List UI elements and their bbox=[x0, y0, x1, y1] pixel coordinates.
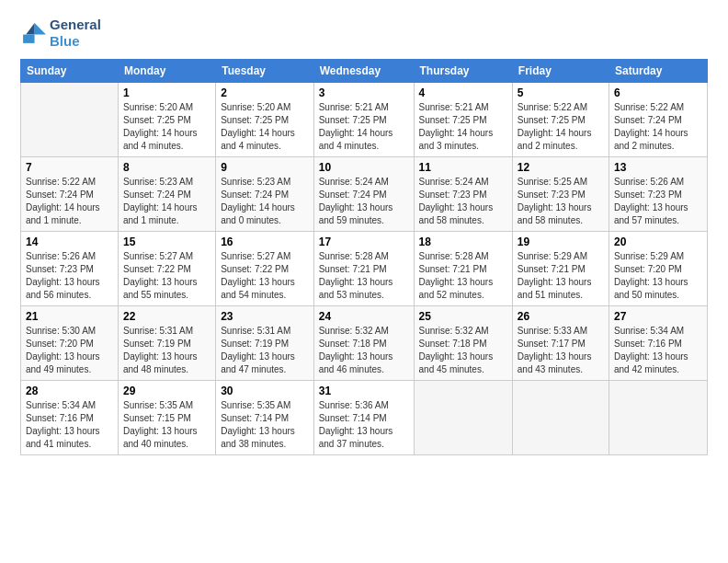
day-cell: 23Sunrise: 5:31 AM Sunset: 7:19 PM Dayli… bbox=[216, 306, 314, 381]
day-cell: 3Sunrise: 5:21 AM Sunset: 7:25 PM Daylig… bbox=[313, 83, 414, 157]
col-header-saturday: Saturday bbox=[609, 60, 707, 83]
day-info: Sunrise: 5:25 AM Sunset: 7:23 PM Dayligh… bbox=[518, 176, 604, 227]
day-cell: 28Sunrise: 5:34 AM Sunset: 7:16 PM Dayli… bbox=[21, 381, 119, 455]
day-cell: 1Sunrise: 5:20 AM Sunset: 7:25 PM Daylig… bbox=[118, 83, 215, 157]
day-info: Sunrise: 5:20 AM Sunset: 7:25 PM Dayligh… bbox=[221, 101, 309, 153]
day-cell: 9Sunrise: 5:23 AM Sunset: 7:24 PM Daylig… bbox=[216, 157, 314, 232]
logo-name: General Blue bbox=[50, 17, 101, 50]
day-info: Sunrise: 5:26 AM Sunset: 7:23 PM Dayligh… bbox=[614, 176, 702, 227]
calendar-table: SundayMondayTuesdayWednesdayThursdayFrid… bbox=[20, 59, 708, 455]
day-info: Sunrise: 5:22 AM Sunset: 7:24 PM Dayligh… bbox=[614, 101, 702, 153]
day-info: Sunrise: 5:23 AM Sunset: 7:24 PM Dayligh… bbox=[123, 176, 210, 227]
day-number: 28 bbox=[26, 385, 113, 397]
day-cell: 20Sunrise: 5:29 AM Sunset: 7:20 PM Dayli… bbox=[609, 232, 707, 306]
day-info: Sunrise: 5:27 AM Sunset: 7:22 PM Dayligh… bbox=[221, 250, 309, 302]
week-row-5: 28Sunrise: 5:34 AM Sunset: 7:16 PM Dayli… bbox=[21, 381, 708, 455]
day-number: 8 bbox=[123, 161, 210, 174]
day-cell: 2Sunrise: 5:20 AM Sunset: 7:25 PM Daylig… bbox=[216, 83, 314, 157]
day-cell: 18Sunrise: 5:28 AM Sunset: 7:21 PM Dayli… bbox=[414, 232, 512, 306]
day-info: Sunrise: 5:32 AM Sunset: 7:18 PM Dayligh… bbox=[319, 325, 409, 376]
day-number: 19 bbox=[518, 236, 604, 248]
day-cell: 16Sunrise: 5:27 AM Sunset: 7:22 PM Dayli… bbox=[216, 232, 314, 306]
day-info: Sunrise: 5:28 AM Sunset: 7:21 PM Dayligh… bbox=[319, 250, 409, 302]
col-header-thursday: Thursday bbox=[414, 60, 512, 83]
day-info: Sunrise: 5:28 AM Sunset: 7:21 PM Dayligh… bbox=[419, 250, 507, 302]
svg-marker-1 bbox=[26, 23, 34, 34]
day-cell: 30Sunrise: 5:35 AM Sunset: 7:14 PM Dayli… bbox=[216, 381, 314, 455]
day-number: 23 bbox=[221, 310, 309, 323]
day-info: Sunrise: 5:32 AM Sunset: 7:18 PM Dayligh… bbox=[419, 325, 507, 376]
day-number: 27 bbox=[614, 310, 702, 323]
col-header-monday: Monday bbox=[118, 60, 215, 83]
day-cell: 26Sunrise: 5:33 AM Sunset: 7:17 PM Dayli… bbox=[512, 306, 609, 381]
day-info: Sunrise: 5:33 AM Sunset: 7:17 PM Dayligh… bbox=[518, 325, 604, 376]
day-number: 13 bbox=[614, 161, 702, 174]
day-cell: 10Sunrise: 5:24 AM Sunset: 7:24 PM Dayli… bbox=[313, 157, 414, 232]
day-number: 26 bbox=[518, 310, 604, 323]
week-row-2: 7Sunrise: 5:22 AM Sunset: 7:24 PM Daylig… bbox=[21, 157, 708, 232]
day-info: Sunrise: 5:20 AM Sunset: 7:25 PM Dayligh… bbox=[123, 101, 210, 153]
header: General Blue bbox=[20, 17, 708, 50]
day-number: 22 bbox=[123, 310, 210, 323]
day-info: Sunrise: 5:23 AM Sunset: 7:24 PM Dayligh… bbox=[221, 176, 309, 227]
day-info: Sunrise: 5:24 AM Sunset: 7:23 PM Dayligh… bbox=[419, 176, 507, 227]
day-info: Sunrise: 5:31 AM Sunset: 7:19 PM Dayligh… bbox=[123, 325, 210, 376]
col-header-friday: Friday bbox=[512, 60, 609, 83]
day-cell: 24Sunrise: 5:32 AM Sunset: 7:18 PM Dayli… bbox=[313, 306, 414, 381]
day-number: 24 bbox=[319, 310, 409, 323]
day-cell: 6Sunrise: 5:22 AM Sunset: 7:24 PM Daylig… bbox=[609, 83, 707, 157]
day-info: Sunrise: 5:34 AM Sunset: 7:16 PM Dayligh… bbox=[614, 325, 702, 376]
col-header-sunday: Sunday bbox=[21, 60, 119, 83]
week-row-4: 21Sunrise: 5:30 AM Sunset: 7:20 PM Dayli… bbox=[21, 306, 708, 381]
day-number: 10 bbox=[319, 161, 409, 174]
day-number: 16 bbox=[221, 236, 309, 248]
day-cell: 17Sunrise: 5:28 AM Sunset: 7:21 PM Dayli… bbox=[313, 232, 414, 306]
week-row-3: 14Sunrise: 5:26 AM Sunset: 7:23 PM Dayli… bbox=[21, 232, 708, 306]
day-info: Sunrise: 5:35 AM Sunset: 7:14 PM Dayligh… bbox=[221, 399, 309, 451]
day-number: 21 bbox=[26, 310, 113, 323]
day-number: 30 bbox=[221, 385, 309, 397]
day-info: Sunrise: 5:22 AM Sunset: 7:24 PM Dayligh… bbox=[26, 176, 113, 227]
day-number: 25 bbox=[419, 310, 507, 323]
day-cell: 14Sunrise: 5:26 AM Sunset: 7:23 PM Dayli… bbox=[21, 232, 119, 306]
week-row-1: 1Sunrise: 5:20 AM Sunset: 7:25 PM Daylig… bbox=[21, 83, 708, 157]
day-info: Sunrise: 5:30 AM Sunset: 7:20 PM Dayligh… bbox=[26, 325, 113, 376]
day-number: 2 bbox=[221, 86, 309, 99]
day-number: 14 bbox=[26, 236, 113, 248]
day-number: 18 bbox=[419, 236, 507, 248]
day-number: 20 bbox=[614, 236, 702, 248]
day-number: 9 bbox=[221, 161, 309, 174]
day-number: 6 bbox=[614, 86, 702, 99]
day-cell: 12Sunrise: 5:25 AM Sunset: 7:23 PM Dayli… bbox=[512, 157, 609, 232]
col-header-wednesday: Wednesday bbox=[313, 60, 414, 83]
day-cell: 5Sunrise: 5:22 AM Sunset: 7:25 PM Daylig… bbox=[512, 83, 609, 157]
day-cell bbox=[414, 381, 512, 455]
day-cell bbox=[512, 381, 609, 455]
day-number: 5 bbox=[518, 86, 604, 99]
day-cell bbox=[609, 381, 707, 455]
logo-area: General Blue bbox=[20, 17, 101, 50]
day-cell: 22Sunrise: 5:31 AM Sunset: 7:19 PM Dayli… bbox=[118, 306, 215, 381]
day-cell: 29Sunrise: 5:35 AM Sunset: 7:15 PM Dayli… bbox=[118, 381, 215, 455]
day-info: Sunrise: 5:29 AM Sunset: 7:20 PM Dayligh… bbox=[614, 250, 702, 302]
day-cell: 11Sunrise: 5:24 AM Sunset: 7:23 PM Dayli… bbox=[414, 157, 512, 232]
svg-marker-0 bbox=[35, 23, 46, 34]
day-number: 7 bbox=[26, 161, 113, 174]
header-row: SundayMondayTuesdayWednesdayThursdayFrid… bbox=[21, 60, 708, 83]
day-cell: 25Sunrise: 5:32 AM Sunset: 7:18 PM Dayli… bbox=[414, 306, 512, 381]
day-number: 29 bbox=[123, 385, 210, 397]
day-cell: 7Sunrise: 5:22 AM Sunset: 7:24 PM Daylig… bbox=[21, 157, 119, 232]
day-number: 3 bbox=[319, 86, 409, 99]
day-info: Sunrise: 5:26 AM Sunset: 7:23 PM Dayligh… bbox=[26, 250, 113, 302]
day-info: Sunrise: 5:31 AM Sunset: 7:19 PM Dayligh… bbox=[221, 325, 309, 376]
day-cell: 8Sunrise: 5:23 AM Sunset: 7:24 PM Daylig… bbox=[118, 157, 215, 232]
day-cell: 13Sunrise: 5:26 AM Sunset: 7:23 PM Dayli… bbox=[609, 157, 707, 232]
day-number: 15 bbox=[123, 236, 210, 248]
calendar-page: General Blue SundayMondayTuesdayWednesda… bbox=[0, 0, 728, 563]
day-cell: 4Sunrise: 5:21 AM Sunset: 7:25 PM Daylig… bbox=[414, 83, 512, 157]
svg-rect-2 bbox=[23, 35, 34, 43]
col-header-tuesday: Tuesday bbox=[216, 60, 314, 83]
day-info: Sunrise: 5:27 AM Sunset: 7:22 PM Dayligh… bbox=[123, 250, 210, 302]
day-cell: 15Sunrise: 5:27 AM Sunset: 7:22 PM Dayli… bbox=[118, 232, 215, 306]
logo-icon bbox=[20, 20, 46, 46]
